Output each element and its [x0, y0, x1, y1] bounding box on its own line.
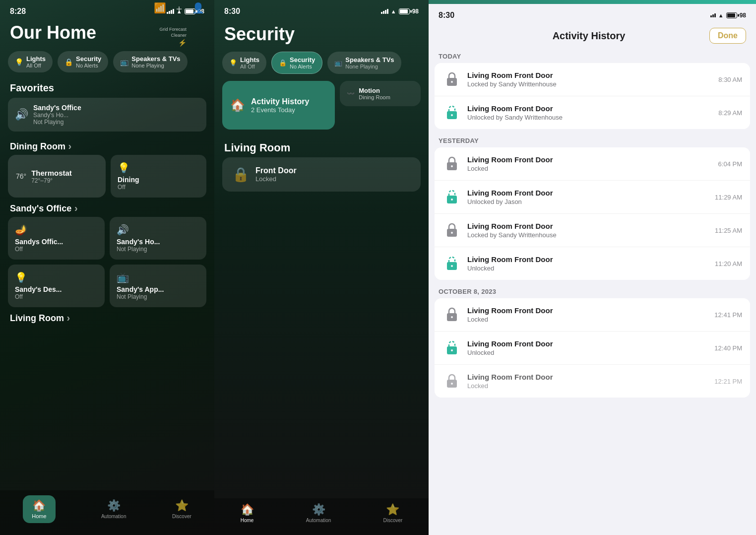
therm-label: Thermostat	[31, 169, 72, 177]
waveform-icon[interactable]: 📶	[154, 2, 166, 15]
lock-icon-today-1	[442, 70, 461, 89]
status-time-2: 8:30	[224, 7, 240, 16]
appletv-name: Sandy's App...	[117, 285, 199, 293]
history-item-oct8-1[interactable]: Living Room Front Door Locked 12:41 PM	[435, 298, 750, 332]
nav-discover-2[interactable]: ⭐ Discover	[383, 503, 402, 523]
motion-chip[interactable]: 〰️ Motion Dining Room	[340, 81, 421, 106]
security-title: Security	[214, 20, 429, 52]
yesterday-label: YESTERDAY	[429, 133, 756, 146]
office-speaker-sub: Not Playing	[117, 246, 199, 253]
wifi-icon-2: ▲	[391, 8, 396, 14]
history-item-today-1[interactable]: Living Room Front Door Locked by Sandy W…	[435, 63, 750, 96]
svg-point-1	[451, 81, 453, 83]
p2-speakers-sub: None Playing	[345, 64, 394, 69]
oct2-info: Living Room Front Door Unlocked	[467, 339, 708, 356]
svg-point-15	[451, 349, 453, 351]
dining-light-sub: Off	[118, 184, 199, 191]
p2-chip-security[interactable]: 🔒 Security No Alerts	[271, 52, 322, 74]
motion-col: 〰️ Motion Dining Room 🚶	[340, 81, 421, 130]
y3-sub: Locked by Sandy Writtenhouse	[467, 231, 709, 239]
battery-pct-2: 98	[412, 8, 419, 15]
appletv-card[interactable]: 📺 Sandy's App... Not Playing	[110, 265, 206, 307]
p2-speakers-icon: 📺	[334, 59, 342, 67]
automation-nav-label: Automation	[101, 514, 126, 519]
dining-light-icon: 💡	[118, 162, 199, 174]
front-door-status: Locked	[255, 175, 297, 183]
chip-speakers[interactable]: 📺 Speakers & TVs None Playing	[113, 51, 187, 72]
history-item-oct8-3[interactable]: Living Room Front Door Locked 12:21 PM	[435, 365, 750, 398]
front-door-card[interactable]: 🔒 Front Door Locked	[222, 157, 421, 192]
y4-time: 11:20 AM	[715, 260, 742, 268]
ah-sub: 2 Events Today	[251, 106, 309, 114]
home-nav-icon-2: 🏠	[241, 503, 254, 516]
chip-security[interactable]: 🔒 Security No Alerts	[58, 51, 108, 72]
y3-name: Living Room Front Door	[467, 222, 709, 230]
today-1-info: Living Room Front Door Locked by Sandy W…	[467, 71, 712, 88]
therm-temp: 76°	[16, 172, 26, 180]
y2-sub: Unlocked by Jason	[467, 198, 709, 205]
history-item-yesterday-2[interactable]: Living Room Front Door Unlocked by Jason…	[435, 181, 750, 214]
signal-icon-1	[167, 9, 174, 14]
discover-nav-icon-2: ⭐	[386, 503, 399, 516]
add-icon[interactable]: ＋	[174, 2, 184, 15]
fav-sandys-office[interactable]: 🔊 Sandy's Office Sandy's Ho... Not Playi…	[8, 98, 206, 132]
office-speaker-card[interactable]: 🔊 Sandy's Ho... Not Playing	[110, 217, 206, 260]
panel-3: 8:30 ▲ 98 Activity History Done TODAY	[429, 0, 756, 535]
status-time-3: 8:30	[439, 11, 454, 20]
lock-icon-y4	[442, 254, 461, 273]
office-lamp-card[interactable]: 🪔 Sandys Offic... Off	[8, 217, 105, 260]
chip-lights[interactable]: 💡 Lights All Off	[8, 51, 53, 72]
security-icon: 🔒	[64, 58, 73, 66]
svg-point-17	[451, 383, 453, 385]
today-group: Living Room Front Door Locked by Sandy W…	[435, 63, 750, 129]
office-lamp-name: Sandys Offic...	[15, 238, 98, 246]
lock-icon-today-2	[442, 103, 461, 122]
history-item-today-2[interactable]: Living Room Front Door Unlocked by Sandy…	[435, 96, 750, 129]
p2-chip-speakers[interactable]: 📺 Speakers & TVs None Playing	[327, 52, 401, 74]
discover-nav-icon: ⭐	[175, 499, 189, 512]
done-button[interactable]: Done	[709, 28, 746, 44]
nav-automation-2[interactable]: ⚙️ Automation	[306, 503, 331, 523]
today-2-info: Living Room Front Door Unlocked by Sandy…	[467, 104, 712, 121]
ah-home-icon: 🏠	[230, 98, 245, 112]
ah-title: Activity History	[251, 97, 309, 106]
oct1-name: Living Room Front Door	[467, 306, 708, 315]
lock-icon-y2	[442, 188, 461, 206]
home-nav-icon: 🏠	[32, 499, 46, 512]
dining-light-card[interactable]: 💡 Dining Off	[111, 155, 206, 198]
history-item-oct8-2[interactable]: Living Room Front Door Unlocked 12:40 PM	[435, 332, 750, 365]
lights-sub: All Off	[26, 63, 46, 68]
oct2-sub: Unlocked	[467, 349, 708, 356]
activity-history-banner[interactable]: 🏠 Activity History 2 Events Today	[222, 81, 335, 130]
today-1-time: 8:30 AM	[718, 76, 742, 83]
nav-automation-1[interactable]: ⚙️ Automation	[101, 499, 126, 519]
svg-point-3	[451, 114, 453, 116]
status-icons-3: ▲ 98	[710, 12, 746, 19]
history-item-yesterday-3[interactable]: Living Room Front Door Locked by Sandy W…	[435, 214, 750, 247]
oct3-info: Living Room Front Door Locked	[467, 373, 708, 390]
nav-home-1[interactable]: 🏠 Home	[23, 495, 55, 523]
p2-living-room-label: Living Room	[214, 136, 429, 157]
desk-light-card[interactable]: 💡 Sandy's Des... Off	[8, 265, 105, 307]
motion-sub: Dining Room	[359, 94, 390, 100]
nav-home-2[interactable]: 🏠 Home	[241, 503, 254, 523]
svg-point-5	[451, 165, 453, 167]
history-item-yesterday-4[interactable]: Living Room Front Door Unlocked 11:20 AM	[435, 247, 750, 280]
home-nav-label-2: Home	[241, 518, 254, 523]
p2-security-sub: No Alerts	[290, 64, 315, 69]
status-time-1: 8:28	[10, 7, 26, 16]
wifi-icon-3: ▲	[718, 12, 724, 18]
y1-info: Living Room Front Door Locked	[467, 155, 712, 172]
status-icons-2: ▲ 98	[381, 8, 419, 15]
history-item-yesterday-1[interactable]: Living Room Front Door Locked 6:04 PM	[435, 147, 750, 181]
thermostat-card[interactable]: 76° Thermostat 72°–79°	[8, 155, 106, 198]
office-speaker-icon: 🔊	[117, 224, 199, 236]
living-room-header-1: Living Room	[0, 307, 214, 327]
lights-icon: 💡	[15, 58, 23, 66]
security-label: Security	[76, 55, 101, 63]
automation-nav-icon: ⚙️	[107, 499, 121, 512]
nav-discover-1[interactable]: ⭐ Discover	[172, 499, 191, 519]
automation-nav-icon-2: ⚙️	[312, 503, 325, 516]
p2-chip-lights[interactable]: 💡 Lights All Off	[222, 52, 266, 74]
oct2-name: Living Room Front Door	[467, 339, 708, 348]
